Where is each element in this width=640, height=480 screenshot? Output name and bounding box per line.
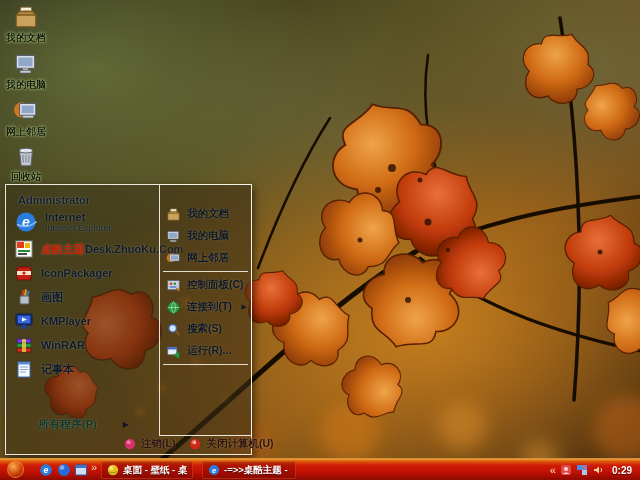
all-programs-button[interactable]: 所有程序(P) ▶ <box>38 417 129 432</box>
window-icon <box>74 463 88 477</box>
start-menu-left-column: e Internet Internet Explorer 桌酷主题Desk.Zh… <box>6 207 158 381</box>
svg-text:e: e <box>22 214 30 230</box>
menu-item-paint[interactable]: 画图 <box>6 285 158 309</box>
tray-security-icon[interactable] <box>560 464 572 476</box>
internet-explorer-icon: e <box>39 463 53 477</box>
system-tray: « 0:29 <box>550 459 638 480</box>
menu-item-label: 网上邻居 <box>187 251 229 265</box>
desktop-icon-label: 我的文档 <box>2 32 50 43</box>
menu-item-label: Internet Internet Explorer <box>45 211 112 233</box>
task-button-label: 桌面 - 壁纸 - 桌酷... <box>123 464 187 477</box>
network-places-icon <box>166 251 181 266</box>
svg-text:e: e <box>44 465 49 475</box>
menu-item-search[interactable]: 搜索(S) <box>160 318 251 340</box>
log-off-icon <box>124 438 136 450</box>
my-documents-icon <box>166 207 181 222</box>
desktop-icon-recycle-bin[interactable]: 回收站 <box>2 143 50 182</box>
start-button[interactable] <box>7 461 24 478</box>
quick-launch-expand-chevron[interactable]: » <box>91 461 97 473</box>
search-icon <box>166 322 181 337</box>
internet-explorer-icon: e <box>14 210 38 234</box>
menu-separator <box>163 271 248 272</box>
network-places-icon <box>13 98 39 124</box>
shut-down-button[interactable]: 关闭计算机(U) <box>189 437 273 451</box>
menu-item-internet[interactable]: e Internet Internet Explorer <box>6 207 158 237</box>
blue-sphere-icon <box>57 463 71 477</box>
start-menu-header: Administrator <box>6 185 158 207</box>
menu-item-notepad[interactable]: 记事本 <box>6 357 158 381</box>
menu-separator <box>163 364 248 365</box>
menu-item-label: 连接到(T) <box>187 300 232 314</box>
desktop-icon-network-places[interactable]: 网上邻居 <box>2 98 50 137</box>
desktop-icon-label: 回收站 <box>2 171 50 182</box>
connect-to-icon <box>166 300 181 315</box>
taskbar-clock[interactable]: 0:29 <box>612 465 632 476</box>
submenu-arrow-icon: ▶ <box>242 303 247 311</box>
menu-item-label: 画图 <box>41 290 63 305</box>
recycle-bin-icon <box>13 143 39 169</box>
kmplayer-icon <box>14 311 34 331</box>
quick-launch-globe[interactable] <box>57 463 71 477</box>
task-button-zhuoku-theme[interactable]: e -=>>桌酷主题 - Mi... <box>202 461 296 479</box>
menu-item-label: 我的文档 <box>187 207 229 221</box>
menu-item-zhuoku[interactable]: 桌酷主题Desk.ZhuoKu.Com <box>6 237 158 261</box>
menu-item-my-computer[interactable]: 我的电脑 <box>160 225 251 247</box>
wallpaper-page-icon <box>107 464 119 476</box>
paint-icon <box>14 287 34 307</box>
my-computer-icon <box>166 229 181 244</box>
menu-item-label: WinRAR <box>41 339 85 351</box>
svg-text:e: e <box>212 466 216 475</box>
menu-item-label: 记事本 <box>41 362 74 377</box>
submenu-arrow-icon: ▶ <box>123 420 129 429</box>
menu-item-label: IconPackager <box>41 267 113 279</box>
tray-network-icon[interactable] <box>576 464 588 476</box>
task-button-wallpaper-page[interactable]: 桌面 - 壁纸 - 桌酷... <box>101 461 193 479</box>
menu-item-winrar[interactable]: WinRAR <box>6 333 158 357</box>
menu-item-label: 控制面板(C) <box>187 278 244 292</box>
desktop-icon-my-documents[interactable]: 我的文档 <box>2 4 50 43</box>
menu-item-my-documents[interactable]: 我的文档 <box>160 203 251 225</box>
taskbar: e » 桌面 - 壁纸 - 桌酷... <box>0 458 640 480</box>
zhuoku-icon <box>14 239 34 259</box>
menu-item-label: 搜索(S) <box>187 322 222 336</box>
desktop-icon-label: 网上邻居 <box>2 126 50 137</box>
log-off-button[interactable]: 注销(L) <box>124 437 175 451</box>
my-computer-icon <box>13 51 39 77</box>
start-menu: Administrator e Internet Internet Explor… <box>5 184 252 455</box>
tray-collapse-chevron[interactable]: « <box>550 459 556 480</box>
menu-item-label: 我的电脑 <box>187 229 229 243</box>
menu-item-iconpackager[interactable]: IconPackager <box>6 261 158 285</box>
desktop-icon-my-computer[interactable]: 我的电脑 <box>2 51 50 90</box>
quick-launch-internet-explorer[interactable]: e <box>39 463 53 477</box>
iconpackager-icon <box>14 263 34 283</box>
my-documents-icon <box>13 4 39 30</box>
winrar-icon <box>14 335 34 355</box>
menu-item-kmplayer[interactable]: KMPlayer <box>6 309 158 333</box>
menu-item-sublabel: Internet Explorer <box>45 223 112 233</box>
internet-explorer-icon: e <box>208 464 220 476</box>
shut-down-label: 关闭计算机(U) <box>206 437 273 451</box>
all-programs-label: 所有程序(P) <box>38 417 97 432</box>
shut-down-icon <box>189 438 201 450</box>
desktop-icon-label: 我的电脑 <box>2 79 50 90</box>
log-off-label: 注销(L) <box>141 437 175 451</box>
task-button-label: -=>>桌酷主题 - Mi... <box>224 464 290 477</box>
notepad-icon <box>14 359 34 379</box>
user-name: Administrator <box>18 194 90 206</box>
quick-launch-window[interactable] <box>74 463 88 477</box>
run-icon <box>166 344 181 359</box>
menu-item-control-panel[interactable]: 控制面板(C) <box>160 274 251 296</box>
menu-item-run[interactable]: 运行(R)... <box>160 340 251 362</box>
start-menu-footer: 注销(L) 关闭计算机(U) <box>6 433 251 454</box>
menu-item-network-places[interactable]: 网上邻居 <box>160 247 251 269</box>
menu-item-connect-to[interactable]: 连接到(T) ▶ <box>160 296 251 318</box>
desktop: 我的文档 我的电脑 网上邻居 <box>0 0 640 480</box>
tray-volume-icon[interactable] <box>592 464 604 476</box>
menu-item-label: 运行(R)... <box>187 344 231 358</box>
menu-item-label: KMPlayer <box>41 315 91 327</box>
control-panel-icon <box>166 278 181 293</box>
start-menu-right-column: 我的文档 我的电脑 网上邻居 <box>159 184 252 436</box>
